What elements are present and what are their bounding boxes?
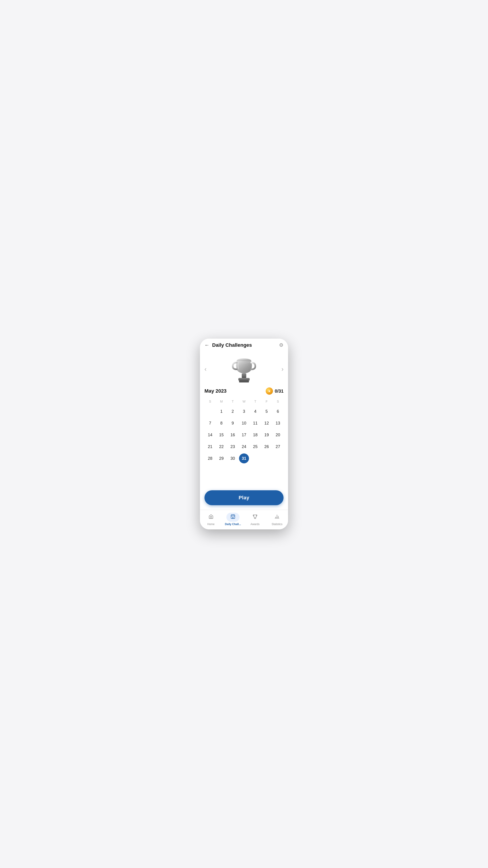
nav-label-awards: Awards (251, 523, 260, 526)
calendar-day-cell[interactable]: 11 (250, 418, 260, 428)
day-header-mon: M (216, 398, 227, 405)
coin-score: 0/31 (266, 388, 284, 395)
calendar-day-cell[interactable]: 6 (273, 406, 283, 416)
trophy-icon (253, 514, 258, 520)
day-header-sat: S (272, 398, 284, 405)
calendar-day-cell[interactable]: 22 (217, 442, 226, 452)
calendar-star-icon (230, 514, 235, 520)
bar-chart-icon (274, 514, 280, 520)
prev-month-button[interactable]: ‹ (200, 363, 211, 375)
calendar-day-cell[interactable]: 25 (250, 442, 260, 452)
nav-bg-home (207, 513, 215, 522)
nav-item-daily[interactable]: Daily Chall... (222, 512, 244, 527)
day-header-thu: T (250, 398, 261, 405)
calendar-day-cell[interactable]: 10 (239, 418, 249, 428)
trophy-image (230, 354, 258, 384)
nav-item-statistics[interactable]: Statistics (266, 512, 288, 527)
calendar-day-cell[interactable]: 1 (217, 406, 226, 416)
calendar-day-cell[interactable]: 28 (205, 454, 215, 463)
calendar-day-cell[interactable]: 14 (205, 430, 215, 440)
calendar-day-cell[interactable]: 3 (239, 406, 249, 416)
calendar-day-cell[interactable]: 16 (228, 430, 238, 440)
trophy-section: ‹ (200, 350, 288, 388)
calendar-day-cell[interactable]: 13 (273, 418, 283, 428)
nav-bg-daily (226, 513, 239, 522)
coin-icon (266, 388, 273, 395)
nav-bg-statistics (273, 513, 281, 522)
calendar-day-cell[interactable]: 26 (262, 442, 271, 452)
day-header-fri: F (261, 398, 272, 405)
calendar-day-cell[interactable]: 9 (228, 418, 238, 428)
calendar-day-cell[interactable]: 24 (239, 442, 249, 452)
svg-rect-2 (238, 378, 250, 381)
month-year-label: May 2023 (204, 388, 227, 394)
nav-item-home[interactable]: Home (200, 512, 222, 527)
bottom-nav: Home Daily Chall... (200, 510, 288, 529)
gear-icon[interactable]: ⚙ (279, 342, 284, 348)
calendar-day-cell[interactable]: 5 (262, 406, 271, 416)
calendar-empty-cell (205, 406, 215, 416)
calendar-day-cell[interactable]: 17 (239, 430, 249, 440)
calendar-day-cell[interactable]: 2 (228, 406, 238, 416)
svg-rect-3 (239, 381, 249, 382)
calendar-day-cell[interactable]: 15 (217, 430, 226, 440)
main-content: ‹ (200, 350, 288, 510)
day-header-wed: W (238, 398, 250, 405)
calendar-section: May 2023 0/31 S M T W T F S 123456789101… (200, 388, 288, 485)
calendar-day-cell[interactable]: 23 (228, 442, 238, 452)
next-month-button[interactable]: › (277, 363, 288, 375)
calendar-day-cell[interactable]: 29 (217, 454, 226, 463)
header: ← Daily Challenges ⚙ (200, 339, 288, 350)
home-icon (208, 514, 214, 520)
score-text: 0/31 (275, 389, 284, 394)
nav-label-daily: Daily Chall... (225, 523, 241, 526)
calendar-day-cell[interactable]: 20 (273, 430, 283, 440)
calendar-day-cell[interactable]: 7 (205, 418, 215, 428)
svg-rect-1 (242, 373, 246, 378)
back-button[interactable]: ← (204, 343, 209, 348)
nav-bg-awards (251, 513, 259, 522)
day-header-sun: S (204, 398, 216, 405)
calendar-day-cell[interactable]: 31 (239, 454, 249, 463)
phone-screen: ← Daily Challenges ⚙ ‹ (200, 339, 288, 529)
calendar-day-cell[interactable]: 8 (217, 418, 226, 428)
day-header-tue: T (227, 398, 238, 405)
calendar-day-cell[interactable]: 27 (273, 442, 283, 452)
day-headers: S M T W T F S (204, 398, 284, 405)
calendar-day-cell[interactable]: 18 (250, 430, 260, 440)
header-left: ← Daily Challenges (204, 342, 252, 348)
calendar-day-cell[interactable]: 12 (262, 418, 271, 428)
calendar-day-cell[interactable]: 21 (205, 442, 215, 452)
calendar-grid: 1234567891011121314151617181920212223242… (204, 405, 284, 464)
nav-label-statistics: Statistics (271, 523, 283, 526)
calendar-day-cell[interactable]: 4 (250, 406, 260, 416)
calendar-day-cell[interactable]: 30 (228, 454, 238, 463)
calendar-day-cell[interactable]: 19 (262, 430, 271, 440)
nav-label-home: Home (207, 523, 215, 526)
page-title: Daily Challenges (212, 342, 252, 348)
play-button[interactable]: Play (204, 490, 284, 505)
calendar-header: May 2023 0/31 (204, 388, 284, 395)
nav-item-awards[interactable]: Awards (244, 512, 266, 527)
play-section: Play (200, 485, 288, 510)
